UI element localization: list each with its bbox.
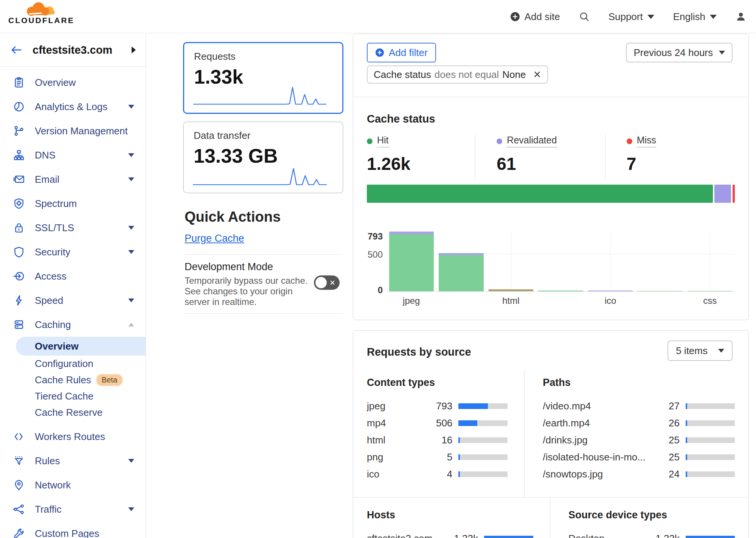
chevron-down-icon (128, 153, 134, 157)
sidebar-item-email[interactable]: Email (0, 167, 146, 191)
sidebar-item-workers-routes[interactable]: Workers Routes (0, 424, 146, 449)
source-row-value: 5 (418, 451, 452, 463)
sidebar-item-rules[interactable]: Rules (0, 449, 146, 473)
sidebar-item-label: Access (35, 271, 134, 282)
site-switcher-caret-icon[interactable] (132, 47, 136, 53)
bar-mp4[interactable] (439, 253, 483, 291)
sidebar-item-access[interactable]: Access (0, 264, 146, 288)
remove-filter-icon[interactable]: ✕ (533, 69, 542, 81)
add-filter-button[interactable]: Add filter (367, 43, 436, 62)
sidebar-subitem-label: Overview (35, 341, 79, 352)
source-row-isolated-house-in-mo[interactable]: /isolated-house-in-mo...25 (543, 449, 735, 466)
sidebar-subitem-configuration[interactable]: Configuration (16, 356, 146, 372)
source-row-ico[interactable]: ico4 (367, 466, 508, 483)
source-row-video-mp4[interactable]: /video.mp427 (543, 398, 735, 415)
stat-label[interactable]: Revalidated (507, 135, 557, 148)
bar-css[interactable] (688, 291, 732, 291)
cache-status-stat-hit: Hit1.26k (367, 135, 475, 180)
source-row-desktop[interactable]: Desktop1.33k (568, 530, 735, 538)
stacked-segment-hit (367, 185, 713, 203)
stacked-segment-revalidated (714, 185, 731, 203)
source-section-paths: Paths/video.mp427/earth.mp426/drinks.jpg… (524, 370, 735, 497)
sidebar-item-spectrum[interactable]: Spectrum (0, 191, 146, 216)
source-row-earth-mp4[interactable]: /earth.mp426 (543, 415, 735, 432)
sidebar-item-label: Traffic (35, 504, 118, 515)
source-row-bar (458, 403, 508, 409)
sidebar-nav: OverviewAnalytics & LogsVersion Manageme… (0, 67, 146, 538)
chevron-down-icon (718, 349, 724, 353)
source-row-bar (686, 437, 735, 443)
source-row-jpeg[interactable]: jpeg793 (367, 398, 508, 415)
back-arrow-icon[interactable] (11, 45, 22, 54)
bar-jpeg[interactable] (389, 232, 434, 291)
divider (185, 254, 342, 255)
data-transfer-metric-card[interactable]: Data transfer 13.33 GB (183, 121, 343, 193)
language-menu[interactable]: English (673, 11, 717, 23)
source-row-snowtops-jpg[interactable]: /snowtops.jpg24 (543, 466, 735, 483)
source-section-hosts: Hostscftestsite3.com1.33k (367, 497, 550, 538)
stat-label[interactable]: Hit (377, 135, 389, 148)
sidebar-item-analytics-logs[interactable]: Analytics & Logs (0, 95, 146, 119)
plus-circle-icon (510, 12, 520, 22)
divider (353, 97, 748, 97)
sidebar-item-label: Workers Routes (35, 431, 134, 443)
x-axis-tick: jpeg (387, 295, 436, 306)
source-row-mp4[interactable]: mp4506 (367, 415, 508, 432)
cache-status-title: Cache status (367, 113, 435, 125)
bar-segment-hit (439, 255, 483, 291)
development-mode-toggle[interactable]: ✕ (314, 275, 340, 290)
sidebar-item-network[interactable]: Network (0, 473, 146, 497)
chevron-down-icon (128, 459, 134, 463)
source-row-png[interactable]: png5 (367, 449, 508, 466)
bar-segment-hit (638, 291, 682, 291)
add-site-button[interactable]: Add site (510, 11, 560, 23)
bar-png[interactable] (538, 291, 583, 292)
sidebar-subitem-cache-reserve[interactable]: Cache Reserve (16, 404, 146, 421)
chevron-down-icon (128, 299, 134, 302)
time-range-dropdown[interactable]: Previous 24 hours (626, 43, 733, 62)
sidebar-subitem-cache-rules[interactable]: Cache RulesBeta (16, 372, 146, 388)
sidebar-item-version-management[interactable]: Version Management (0, 119, 146, 143)
legend-dot-icon (367, 138, 373, 144)
source-row-html[interactable]: html16 (367, 432, 508, 449)
sidebar-item-security[interactable]: Security (0, 240, 146, 264)
sidebar-item-overview[interactable]: Overview (0, 70, 146, 95)
plus-circle-icon (375, 48, 384, 57)
sidebar-item-caching[interactable]: Caching (0, 313, 146, 337)
sidebar-item-dns[interactable]: DNS (0, 143, 146, 167)
search-icon[interactable] (579, 11, 590, 22)
sidebar-item-custom-pages[interactable]: Custom Pages (0, 521, 146, 538)
source-row-cftestsite3-com[interactable]: cftestsite3.com1.33k (367, 530, 533, 538)
bar-unlabeled-5[interactable] (638, 291, 682, 291)
source-row-label: /drinks.jpg (543, 434, 646, 446)
sidebar-item-label: Version Management (35, 125, 134, 137)
sidebar-subitem-tiered-cache[interactable]: Tiered Cache (16, 388, 146, 404)
source-row-label: png (367, 451, 418, 463)
purge-cache-link[interactable]: Purge Cache (185, 233, 244, 244)
filter-chip[interactable]: Cache status does not equal None ✕ (367, 65, 548, 84)
bar-ico[interactable] (588, 291, 633, 292)
sidebar-item-traffic[interactable]: Traffic (0, 497, 146, 521)
user-account-icon[interactable] (736, 11, 746, 22)
stat-label[interactable]: Miss (637, 135, 656, 148)
time-range-label: Previous 24 hours (633, 47, 713, 59)
y-axis-tick: 500 (367, 249, 383, 260)
cache-status-bar-chart: 793 500 0 jpeghtmlicocss (367, 232, 735, 292)
source-row-label: /isolated-house-in-mo... (543, 451, 646, 463)
sidebar-subitem-overview[interactable]: Overview (16, 337, 146, 356)
requests-metric-card[interactable]: Requests 1.33k (183, 42, 343, 114)
source-row-value: 1.33k (646, 533, 680, 538)
bar-html[interactable] (489, 289, 533, 291)
sidebar-item-label: Email (35, 174, 118, 185)
legend-dot-icon (497, 138, 502, 144)
items-count-dropdown[interactable]: 5 items (668, 341, 733, 361)
cache-status-panel: Add filter Previous 24 hours Cache statu… (353, 34, 749, 320)
data-transfer-sparkline (193, 165, 334, 187)
support-menu[interactable]: Support (609, 11, 654, 23)
language-label: English (673, 11, 705, 23)
metric-value: 13.33 GB (194, 145, 333, 167)
chevron-down-icon (710, 15, 717, 19)
source-row-drinks-jpg[interactable]: /drinks.jpg25 (543, 432, 735, 449)
sidebar-item-speed[interactable]: Speed (0, 288, 146, 313)
sidebar-item-ssl-tls[interactable]: SSL/TLS (0, 216, 146, 240)
